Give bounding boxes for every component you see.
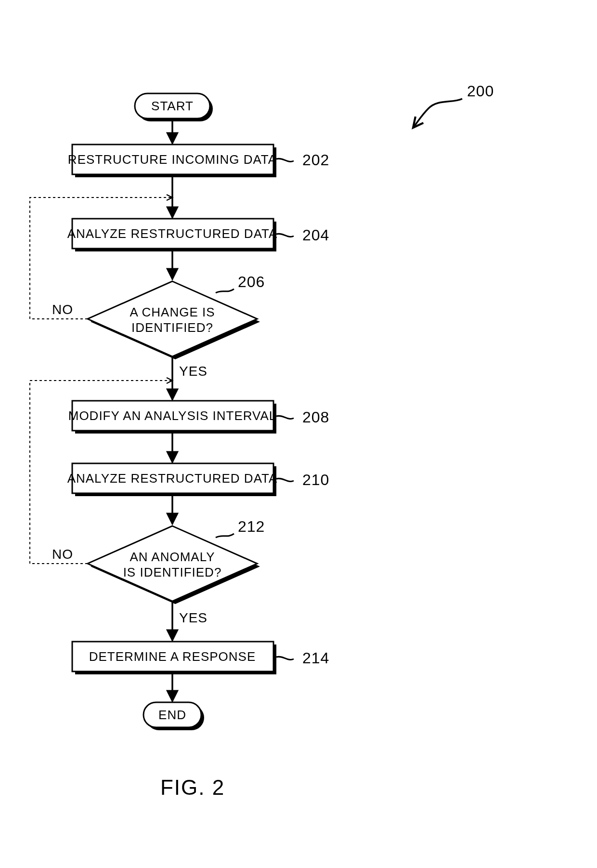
box-208: MODIFY AN ANALYSIS INTERVAL <box>68 401 277 434</box>
box-214: DETERMINE A RESPONSE <box>72 642 276 674</box>
ref-210: 210 <box>302 471 329 488</box>
flowchart-diagram: 200 START RESTRUCTURE INCOMING DATA 202 … <box>0 0 597 868</box>
decision-212: AN ANOMALY IS IDENTIFIED? <box>88 526 260 604</box>
svg-text:START: START <box>151 99 194 113</box>
edge-no-206: NO <box>52 302 73 317</box>
ref-214: 214 <box>302 649 329 667</box>
ref-212: 212 <box>238 518 265 535</box>
box-202: RESTRUCTURE INCOMING DATA <box>68 145 277 177</box>
edge-yes-206: YES <box>179 364 208 379</box>
svg-text:MODIFY AN ANALYSIS INTERVAL: MODIFY AN ANALYSIS INTERVAL <box>68 408 277 423</box>
figure-ref: 200 <box>467 82 494 100</box>
decision-206: A CHANGE IS IDENTIFIED? <box>88 281 260 359</box>
edge-yes-212: YES <box>179 610 208 625</box>
ref-206: 206 <box>238 273 265 290</box>
start-node: START <box>135 93 213 121</box>
ref-202: 202 <box>302 151 329 169</box>
svg-text:AN ANOMALY: AN ANOMALY <box>130 550 215 564</box>
svg-text:IDENTIFIED?: IDENTIFIED? <box>131 320 213 335</box>
svg-text:ANALYZE RESTRUCTURED DATA: ANALYZE RESTRUCTURED DATA <box>67 471 278 486</box>
edge-no-212: NO <box>52 547 73 562</box>
box-210: ANALYZE RESTRUCTURED DATA <box>67 463 278 496</box>
svg-text:END: END <box>158 708 186 722</box>
svg-text:DETERMINE A RESPONSE: DETERMINE A RESPONSE <box>89 649 256 664</box>
ref-208: 208 <box>302 408 329 426</box>
end-node: END <box>143 702 204 730</box>
figure-ref-arrow <box>413 99 462 128</box>
box-204: ANALYZE RESTRUCTURED DATA <box>67 219 278 251</box>
svg-text:ANALYZE RESTRUCTURED DATA: ANALYZE RESTRUCTURED DATA <box>67 226 278 241</box>
svg-text:IS IDENTIFIED?: IS IDENTIFIED? <box>123 565 222 579</box>
svg-text:RESTRUCTURE INCOMING DATA: RESTRUCTURE INCOMING DATA <box>68 152 277 167</box>
figure-caption: FIG. 2 <box>160 776 225 799</box>
svg-text:A CHANGE IS: A CHANGE IS <box>130 305 215 319</box>
ref-204: 204 <box>302 226 329 244</box>
